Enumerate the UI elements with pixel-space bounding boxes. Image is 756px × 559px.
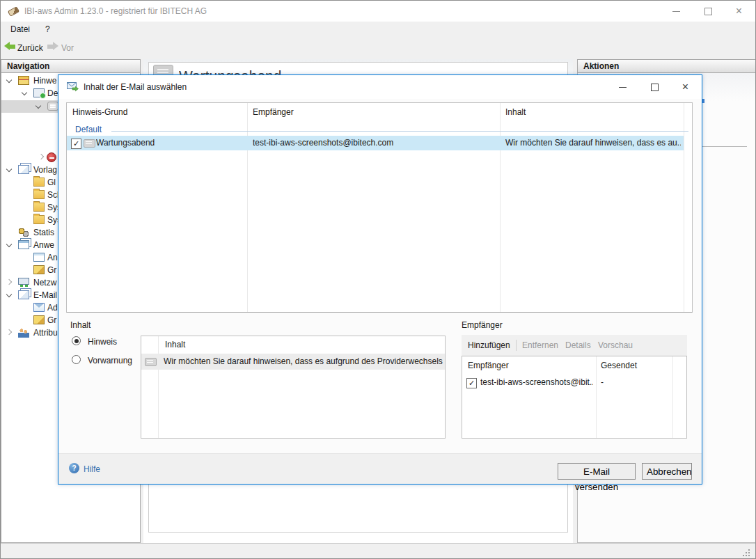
cancel-button[interactable]: Abbrechen — [642, 463, 692, 480]
box-icon — [33, 265, 45, 274]
column-header-hinweis-grund[interactable]: Hinweis-Grund — [72, 103, 239, 122]
dialog-footer: ? Hilfe E-Mail versenden Abbrechen — [58, 453, 702, 484]
forward-button[interactable]: Vor — [61, 43, 74, 53]
row-checkbox[interactable] — [466, 378, 477, 388]
menu-bar: Datei ? — [1, 22, 756, 38]
column-header-inhalt[interactable]: Inhalt — [505, 103, 672, 122]
app-icon — [8, 6, 19, 17]
dialog-minimize-button[interactable] — [607, 77, 638, 97]
chevron-down-icon[interactable] — [6, 77, 12, 83]
folder-icon — [33, 215, 45, 224]
add-button[interactable]: Hinzufügen — [468, 335, 510, 356]
preview-button[interactable]: Vorschau — [598, 335, 633, 356]
column-header-empfaenger[interactable]: Empfänger — [253, 103, 489, 122]
window-title: IBI-aws Admin 1.23.0 - registriert für I… — [24, 6, 207, 16]
chevron-right-icon[interactable] — [6, 329, 12, 335]
chevron-down-icon[interactable] — [6, 166, 12, 172]
window-icon — [33, 253, 45, 262]
table-row[interactable]: Wartungsabend test-ibi-aws-screenshots@i… — [67, 136, 684, 150]
close-icon: × — [682, 81, 688, 93]
forward-arrow-icon — [47, 42, 58, 51]
cell-empfaenger: test-ibi-aws-screenshots@ibit... — [480, 375, 593, 391]
minimize-icon — [619, 87, 627, 88]
chevron-down-icon[interactable] — [22, 90, 27, 95]
envelope-icon — [33, 303, 45, 312]
maximize-icon — [704, 8, 712, 15]
group-header-default[interactable]: Default — [75, 125, 102, 134]
group-header-line — [111, 131, 688, 132]
radio-hinweis[interactable] — [72, 336, 81, 345]
table-row[interactable]: test-ibi-aws-screenshots@ibit... - — [462, 375, 686, 391]
status-bar — [1, 543, 756, 559]
table-row[interactable]: Wir möchten Sie darauf hinweisen, dass e… — [141, 354, 445, 370]
resize-grip[interactable] — [743, 549, 751, 558]
inhalt-group-label: Inhalt — [70, 320, 90, 330]
column-header-inhalt[interactable]: Inhalt — [165, 336, 304, 354]
menu-datei[interactable]: Datei — [10, 24, 30, 34]
cell-empfaenger: test-ibi-aws-screenshots@ibitech.com — [253, 136, 495, 150]
speech-bubble-icon — [47, 102, 58, 111]
back-arrow-icon — [4, 42, 15, 51]
cell-gesendet: - — [601, 375, 663, 391]
back-button[interactable]: Zurück — [17, 43, 43, 53]
dialog-close-button[interactable]: × — [670, 77, 701, 97]
inhalt-table: Inhalt Wir möchten Sie darauf hinweisen,… — [141, 336, 446, 439]
remove-button[interactable]: Entfernen — [522, 335, 558, 356]
users-icon — [18, 328, 29, 338]
speech-bubble-icon — [145, 358, 157, 366]
folder-icon — [33, 190, 45, 199]
minimize-icon — [672, 11, 680, 12]
mail-stack-icon — [18, 290, 29, 299]
chevron-right-icon[interactable] — [38, 154, 44, 159]
gears-icon — [18, 228, 29, 237]
chevron-down-icon[interactable] — [6, 242, 12, 247]
close-button[interactable]: × — [723, 1, 755, 22]
column-divider[interactable] — [500, 103, 501, 312]
dialog-title: Inhalt der E-Mail auswählen — [84, 82, 187, 92]
cell-inhalt: Wir möchten Sie darauf hinweisen, dass e… — [505, 136, 681, 150]
send-email-button[interactable]: E-Mail versenden — [558, 463, 636, 480]
maximize-button[interactable] — [692, 1, 723, 22]
toolbar-separator — [516, 340, 517, 351]
windows-stack-icon — [18, 240, 29, 249]
documents-icon — [18, 165, 29, 174]
details-button[interactable]: Details — [565, 335, 591, 356]
empfaenger-toolbar: Hinzufügen Entfernen Details Vorschau — [462, 335, 687, 356]
cell-hinweis-grund: Wartungsabend — [96, 136, 242, 150]
monitor-check-icon — [33, 88, 45, 97]
chevron-down-icon[interactable] — [36, 103, 41, 109]
column-divider[interactable] — [596, 356, 597, 438]
column-divider — [672, 356, 673, 438]
email-icon — [67, 81, 79, 93]
navigation-header: Navigation — [1, 59, 141, 73]
empfaenger-table: Empfänger Gesendet test-ibi-aws-screensh… — [462, 356, 687, 439]
folder-icon — [33, 178, 45, 187]
chevron-down-icon[interactable] — [6, 292, 12, 297]
menu-help[interactable]: ? — [45, 24, 50, 34]
help-link[interactable]: Hilfe — [84, 464, 100, 474]
folder-icon — [33, 203, 45, 212]
close-icon: × — [736, 5, 742, 17]
radio-hinweis-label[interactable]: Hinweis — [88, 337, 117, 347]
nav-toolbar: Zurück Vor — [1, 38, 756, 56]
chevron-right-icon[interactable] — [6, 279, 12, 285]
cell-inhalt-text: Wir möchten Sie darauf hinweisen, dass e… — [164, 354, 443, 370]
dialog-title-bar: Inhalt der E-Mail auswählen × — [58, 75, 702, 99]
empfaenger-group-label: Empfänger — [462, 320, 503, 330]
hinweis-table: Hinweis-Grund Empfänger Inhalt Default W… — [66, 102, 693, 313]
column-header-gesendet[interactable]: Gesendet — [601, 356, 670, 375]
column-divider — [684, 103, 684, 312]
dialog-maximize-button[interactable] — [638, 77, 670, 97]
column-header-empfaenger[interactable]: Empfänger — [468, 356, 592, 375]
package-icon — [18, 76, 29, 85]
minimize-button[interactable] — [661, 1, 692, 22]
maximize-icon — [651, 84, 659, 91]
minus-circle-icon — [47, 152, 56, 162]
column-divider[interactable] — [247, 103, 248, 312]
title-bar: IBI-aws Admin 1.23.0 - registriert für I… — [1, 1, 756, 22]
row-checkbox[interactable] — [71, 139, 81, 149]
network-icon — [18, 278, 29, 285]
radio-vorwarnung[interactable] — [72, 355, 81, 364]
speech-bubble-icon — [84, 139, 95, 148]
radio-vorwarnung-label[interactable]: Vorwarnung — [88, 356, 132, 365]
